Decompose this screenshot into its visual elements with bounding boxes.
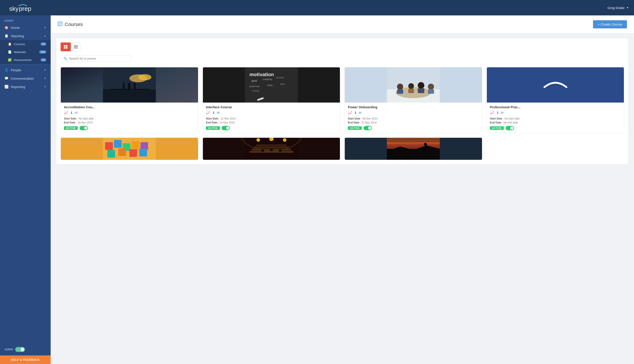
sidebar-comm-left: 💬 Communication (5, 76, 34, 80)
grid-icon (64, 45, 68, 49)
svg-rect-46 (114, 140, 122, 148)
download-icon-3[interactable]: ⬇ (354, 111, 357, 115)
svg-point-35 (397, 84, 403, 90)
list-view-button[interactable] (71, 42, 81, 51)
assessments-badge: 12 (41, 58, 46, 62)
course-info-3: Power Onboarding 📈 ⬇ ✉ Start Date : 09-D… (345, 102, 482, 133)
status-toggle-1[interactable] (80, 126, 88, 130)
course-name-1: Accreditation Cou... (64, 105, 195, 109)
course-status-row-4: ACTIVE (490, 126, 621, 130)
people-icon: 👤 (5, 68, 9, 72)
course-card-5[interactable] (61, 138, 198, 160)
sidebar-item-communication[interactable]: 💬 Communication ▼ (0, 74, 51, 82)
reporting-chevron-icon: ▼ (44, 86, 46, 88)
sidebar-item-home[interactable]: 🏠 Home ▼ (0, 23, 51, 32)
search-input[interactable] (69, 57, 128, 60)
admin-toggle[interactable]: ADMIN (5, 347, 46, 352)
materials-icon: 📄 (8, 50, 12, 54)
svg-rect-51 (118, 148, 126, 156)
svg-rect-9 (66, 47, 67, 49)
thumb-2-svg: motivation goal creativity success leade… (203, 67, 340, 102)
status-toggle-2[interactable] (222, 126, 230, 130)
course-card-3[interactable]: Power Onboarding 📈 ⬇ ✉ Start Date : 09-D… (345, 67, 482, 133)
thumb-6-svg (203, 138, 340, 160)
email-icon-1[interactable]: ✉ (75, 111, 78, 115)
svg-rect-14 (103, 89, 156, 102)
email-icon-2[interactable]: ✉ (217, 111, 220, 115)
course-card-2[interactable]: motivation goal creativity success leade… (203, 67, 340, 133)
status-badge-3: ACTIVE (348, 126, 362, 130)
course-enddate-2: End Date : 11-Dec 2014 (206, 121, 337, 124)
home-icon: 🏠 (5, 26, 9, 30)
sidebar-reporting-left: 📈 Reporting (5, 85, 25, 89)
sidebar-item-reporting[interactable]: 📈 Reporting ▼ (0, 82, 51, 91)
thumb-5-svg (61, 138, 198, 160)
svg-point-63 (261, 149, 264, 152)
status-toggle-4[interactable] (506, 126, 514, 130)
download-icon-2[interactable]: ⬇ (212, 111, 215, 115)
course-name-3: Power Onboarding (348, 105, 479, 109)
list-icon (74, 45, 78, 48)
course-card-7[interactable] (345, 138, 482, 160)
status-toggle-3[interactable] (364, 126, 372, 130)
svg-rect-20 (128, 85, 130, 89)
svg-rect-58 (254, 146, 289, 148)
svg-text:motivation: motivation (249, 72, 274, 77)
course-card-6[interactable] (203, 138, 340, 160)
sidebar-item-people[interactable]: 👤 People ▼ (0, 66, 51, 74)
courses-panel: 🔍 (56, 38, 629, 164)
course-actions-3: 📈 ⬇ ✉ (348, 111, 479, 115)
svg-rect-56 (249, 151, 293, 153)
view-toggle (61, 42, 624, 51)
svg-text:success: success (276, 76, 284, 79)
materials-badge: 103 (39, 50, 46, 54)
sidebar-courses-label: Courses (14, 42, 25, 46)
help-feedback-button[interactable]: HELP & FEEDBACK (0, 356, 51, 364)
email-icon-4[interactable]: ✉ (501, 111, 504, 115)
toggle-switch[interactable] (15, 347, 25, 352)
grid-view-button[interactable] (61, 42, 71, 51)
course-startdate-1: Start Date : No start date (64, 117, 195, 120)
svg-rect-52 (129, 149, 137, 157)
page-title: Courses (58, 21, 83, 28)
sidebar-item-teaching[interactable]: 📋 Teaching ▲ (0, 32, 51, 40)
course-enddate-1: End Date : 14-Nov 2014 (64, 121, 195, 124)
course-card-4[interactable]: Professional Prac... 📈 ⬇ ✉ Start Date : … (487, 67, 624, 133)
sidebar-comm-label: Communication (11, 76, 34, 80)
svg-text:prep: prep (19, 5, 31, 12)
download-icon-1[interactable]: ⬇ (70, 111, 73, 115)
create-course-button[interactable]: + Create Course (593, 20, 627, 28)
course-enddate-4: End Date : No end date (490, 121, 621, 124)
analytics-icon-1[interactable]: 📈 (64, 111, 68, 115)
svg-rect-42 (428, 89, 434, 94)
sidebar-materials-left: 📄 Materials (8, 50, 26, 54)
email-icon-3[interactable]: ✉ (359, 111, 362, 115)
svg-text:drive: drive (280, 83, 285, 86)
sidebar-courses-left: 📋 Courses (8, 42, 25, 46)
download-icon-4[interactable]: ⬇ (496, 111, 499, 115)
analytics-icon-3[interactable]: 📈 (348, 111, 352, 115)
username: Greg Drake (607, 6, 625, 10)
sidebar-bottom: ADMIN (0, 344, 51, 356)
course-card-1[interactable]: Accreditation Cou... 📈 ⬇ ✉ Start Date : … (61, 67, 198, 133)
svg-rect-45 (105, 142, 113, 150)
svg-rect-19 (134, 83, 135, 89)
course-name-2: Interface Course (206, 105, 337, 109)
sidebar-home-left: 🏠 Home (5, 26, 20, 30)
svg-point-41 (428, 84, 434, 90)
sidebar-materials-label: Materials (14, 50, 26, 54)
sidebar-item-assessments[interactable]: ✅ Assessments 12 (0, 56, 51, 64)
svg-rect-59 (256, 144, 287, 146)
sidebar-item-courses[interactable]: 📋 Courses 10 (0, 40, 51, 48)
analytics-icon-2[interactable]: 📈 (206, 111, 210, 115)
user-menu[interactable]: Greg Drake ▼ (607, 6, 629, 10)
sidebar-item-materials[interactable]: 📄 Materials 103 (0, 48, 51, 56)
course-status-row-1: ACTIVE (64, 126, 195, 130)
sidebar-home-label: Home (11, 26, 20, 30)
thumb-4-svg (487, 67, 624, 102)
sidebar-assessments-left: ✅ Assessments (8, 58, 32, 62)
status-badge-2: ACTIVE (206, 126, 220, 130)
teaching-icon: 📋 (5, 34, 9, 38)
course-grid: Accreditation Cou... 📈 ⬇ ✉ Start Date : … (61, 67, 624, 160)
analytics-icon-4[interactable]: 📈 (490, 111, 494, 115)
